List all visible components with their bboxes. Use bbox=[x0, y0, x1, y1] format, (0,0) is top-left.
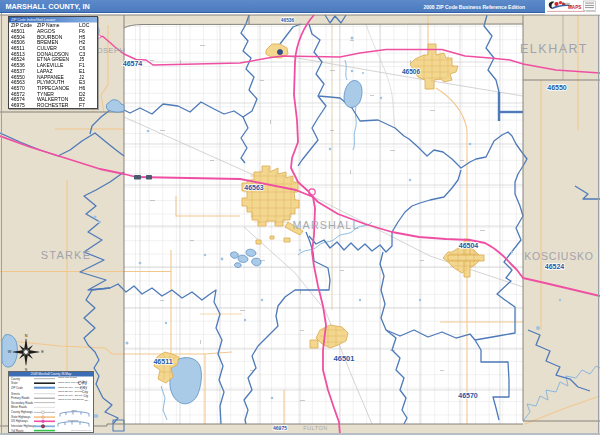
svg-text:46574: 46574 bbox=[123, 60, 143, 67]
svg-text:46570: 46570 bbox=[458, 392, 478, 399]
svg-text:US Highways: US Highways bbox=[11, 419, 28, 423]
svg-text:County Highways: County Highways bbox=[11, 410, 33, 414]
svg-text:City: City bbox=[82, 390, 88, 394]
svg-text:W: W bbox=[8, 350, 12, 354]
svg-text:STARKE: STARKE bbox=[41, 249, 91, 261]
svg-text:Miles: Miles bbox=[71, 409, 77, 411]
svg-text:46975: 46975 bbox=[273, 425, 287, 431]
svg-text:46536: 46536 bbox=[281, 18, 295, 23]
svg-text:State: State bbox=[11, 381, 18, 385]
svg-text:46511: 46511 bbox=[153, 358, 172, 365]
svg-text:2008 ZIP Code Business Referen: 2008 ZIP Code Business Reference Edition bbox=[423, 4, 525, 10]
svg-text:ELKHART: ELKHART bbox=[520, 42, 588, 56]
svg-text:Cities and Towns: Cities and Towns bbox=[58, 376, 78, 379]
svg-text:46504: 46504 bbox=[459, 242, 479, 249]
svg-text:Cities 10,000 - 25,000: Cities 10,000 - 25,000 bbox=[58, 394, 83, 397]
svg-text:MARSHALL COUNTY, IN: MARSHALL COUNTY, IN bbox=[6, 2, 90, 11]
svg-text:www.marketmaps.com: www.marketmaps.com bbox=[71, 429, 91, 431]
svg-text:46550: 46550 bbox=[547, 84, 567, 91]
svg-text:Toll Route: Toll Route bbox=[11, 429, 24, 432]
svg-text:46563: 46563 bbox=[244, 184, 264, 191]
svg-text:ZIP Code: ZIP Code bbox=[11, 386, 23, 390]
svg-text:Streets: Streets bbox=[11, 392, 20, 396]
svg-text:KOSCIUSKO: KOSCIUSKO bbox=[524, 250, 594, 262]
svg-text:E: E bbox=[41, 350, 44, 354]
svg-text:Kilometers: Kilometers bbox=[68, 419, 79, 421]
svg-text:MAPS: MAPS bbox=[568, 5, 581, 10]
svg-text:46506: 46506 bbox=[402, 68, 420, 75]
svg-text:N: N bbox=[25, 334, 28, 338]
svg-text:County: County bbox=[11, 377, 20, 381]
svg-text:Secondary Roads: Secondary Roads bbox=[11, 401, 34, 405]
svg-text:Minor Roads: Minor Roads bbox=[11, 405, 27, 409]
svg-text:FULTON: FULTON bbox=[303, 425, 328, 431]
svg-text:MARSHALL: MARSHALL bbox=[292, 219, 359, 231]
svg-text:City: City bbox=[85, 399, 90, 401]
svg-text:46524: 46524 bbox=[545, 263, 565, 270]
svg-text:46501: 46501 bbox=[334, 354, 355, 363]
svg-text:Primary Roads: Primary Roads bbox=[11, 396, 30, 400]
svg-text:City: City bbox=[84, 394, 89, 398]
svg-text:Cities 5,000 and Below: Cities 5,000 and Below bbox=[58, 398, 84, 401]
